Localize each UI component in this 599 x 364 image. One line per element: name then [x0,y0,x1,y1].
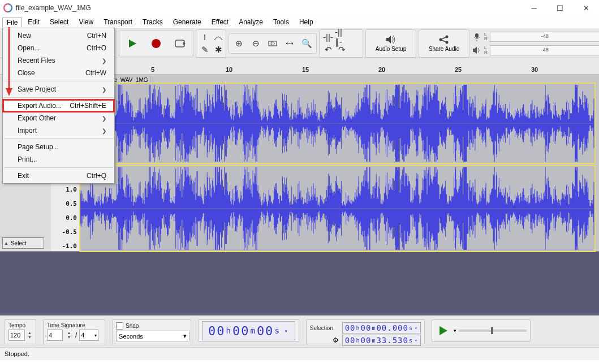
tempo-panel: Tempo 120 ▲▼ [5,319,36,344]
record-button[interactable] [144,32,168,55]
playback-meter[interactable]: LR -48-24 [472,44,599,57]
menu-file[interactable]: File [2,18,22,27]
close-button[interactable]: ✕ [573,0,599,16]
menu-view[interactable]: View [74,17,98,27]
svg-point-8 [439,38,442,41]
svg-marker-2 [129,40,136,47]
app-logo-icon [3,3,12,12]
draw-tool[interactable]: ✎ [197,43,212,57]
svg-point-10 [446,41,449,44]
extra-button[interactable] [348,43,363,57]
play-button[interactable] [120,32,144,55]
multi-tool[interactable]: ✱ [211,43,226,57]
speaker-icon [385,34,397,45]
transport-toolbar [119,30,193,57]
undo-button[interactable]: ↶ [321,43,335,57]
svg-marker-7 [386,36,391,44]
loop-button[interactable] [168,32,192,55]
svg-point-9 [446,36,449,38]
edit-small-toolbar: -||- -||‖- ↶ ↷ [319,29,363,58]
play-at-speed-button[interactable] [436,323,451,339]
time-signature-panel: Time Signature 4 ▲▼ / 4▾ [43,319,105,344]
track-select-button[interactable]: Select [2,237,44,249]
mic-icon [472,32,482,41]
zoom-toggle-button[interactable]: 🔍 [298,35,315,52]
file-menu-item-import[interactable]: Import❯ [3,124,114,137]
menu-edit[interactable]: Edit [23,17,44,27]
maximize-button[interactable]: ☐ [547,0,573,16]
selection-tool[interactable]: I [197,31,212,44]
file-menu-item-export-other[interactable]: Export Other❯ [3,112,114,124]
snap-panel: Snap Seconds▾ [112,319,191,344]
minimize-button[interactable]: ─ [521,0,547,16]
status-bar: Stopped. [0,347,599,360]
gear-icon[interactable]: ⚙ [310,336,339,344]
file-menu-item-export-audio[interactable]: Export Audio...Ctrl+Shift+E [3,99,114,112]
play-speed-dropdown[interactable]: ▾ [454,328,456,333]
bottom-toolbar: Tempo 120 ▲▼ Time Signature 4 ▲▼ / 4▾ Sn… [0,315,599,347]
tempo-stepper[interactable]: ▲▼ [27,331,32,340]
menu-help[interactable]: Help [295,17,318,27]
main-timecode[interactable]: 00h 00m 00s ▾ [202,321,295,340]
tools-toolbar: I ✎ ✱ [196,29,226,58]
menu-effect[interactable]: Effect [207,17,233,27]
play-at-speed-panel: ▾ [432,319,531,342]
svg-rect-3 [175,40,184,47]
timesig-num-input[interactable]: 4 [47,330,63,341]
file-menu-item-page-setup[interactable]: Page Setup... [3,141,114,153]
timesig-num-stepper[interactable]: ▲▼ [65,331,73,340]
snap-unit-select[interactable]: Seconds▾ [116,331,189,341]
file-menu-item-save-project[interactable]: Save Project❯ [3,83,114,96]
waveform-channel-2[interactable] [79,165,596,252]
audio-setup-button[interactable]: Audio Setup [365,29,416,58]
snap-checkbox[interactable] [116,322,123,330]
menu-transport[interactable]: Transport [99,17,137,27]
zoom-in-button[interactable]: ⊕ [230,35,247,52]
title-bar: file_example_WAV_1MG ─ ☐ ✕ [0,0,599,16]
menu-tracks[interactable]: Tracks [138,17,167,27]
selection-start-timecode[interactable]: 00h00m00.000s▾ [342,322,421,333]
svg-point-6 [271,42,274,45]
record-meter[interactable]: LR -48-24 [472,31,599,43]
file-menu-item-recent-files[interactable]: Recent Files❯ [3,54,114,67]
play-speed-slider[interactable] [459,330,527,332]
cutcopy-button[interactable] [348,31,363,44]
waveform-channel-1[interactable] [79,83,596,164]
zoom-fit-selection-button[interactable] [264,35,281,52]
redo-button[interactable]: ↷ [334,43,349,57]
file-menu-item-open[interactable]: Open...Ctrl+O [3,42,114,54]
zoom-toolbar: ⊕ ⊖ 🔍 [229,33,317,54]
speaker-small-icon [472,46,482,55]
selection-end-timecode[interactable]: 00h00m33.530s▾ [342,335,421,346]
share-audio-button[interactable]: Share Audio [419,29,469,58]
menu-select[interactable]: Select [45,17,73,27]
tempo-input[interactable]: 120 [8,330,25,341]
menu-bar: File Edit Select View Transport Tracks G… [0,16,599,29]
file-menu-item-exit[interactable]: ExitCtrl+Q [3,170,114,182]
main-timecode-panel: 00h 00m 00s ▾ [198,319,299,342]
svg-marker-15 [439,326,447,335]
file-menu-dropdown: NewCtrl+NOpen...Ctrl+ORecent Files❯Close… [2,28,115,184]
menu-tools[interactable]: Tools [269,17,294,27]
file-menu-item-new[interactable]: NewCtrl+N [3,29,114,42]
status-text: Stopped. [5,350,29,357]
selection-panel: Selection 00h00m00.000s▾ ⚙ 00h00m33.530s… [306,319,425,344]
svg-rect-11 [475,33,479,38]
file-menu-item-print[interactable]: Print... [3,153,114,166]
envelope-tool[interactable] [211,31,226,44]
silence-button[interactable]: -||‖- [334,31,349,44]
menu-generate[interactable]: Generate [169,17,206,27]
svg-marker-12 [473,47,477,54]
window-title: file_example_WAV_1MG [16,4,91,12]
menu-analyze[interactable]: Analyze [234,17,268,27]
zoom-fit-project-button[interactable] [281,35,298,52]
zoom-out-button[interactable]: ⊖ [247,35,264,52]
trim-button[interactable]: -||- [321,31,335,44]
share-icon [438,34,450,45]
empty-tracks-area[interactable] [0,252,599,315]
timesig-den-select[interactable]: 4▾ [79,330,98,341]
file-menu-item-close[interactable]: CloseCtrl+W [3,67,114,79]
